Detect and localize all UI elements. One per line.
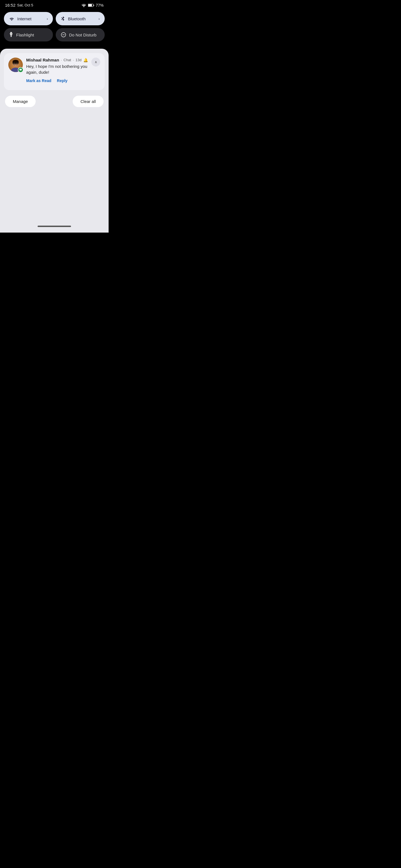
battery-status-icon [88, 4, 94, 7]
clear-all-button[interactable]: Clear all [73, 96, 104, 107]
notification-panel: Mishaal Rahman · Chat · 13d 🔔 Hey, I hop… [0, 49, 109, 223]
notif-title-row: Mishaal Rahman · Chat · 13d 🔔 [26, 58, 88, 62]
notif-header: Mishaal Rahman · Chat · 13d 🔔 Hey, I hop… [8, 58, 100, 83]
dnd-icon [61, 32, 66, 37]
svg-rect-1 [88, 4, 92, 6]
app-badge [18, 67, 23, 72]
flashlight-tile-label: Flashlight [16, 33, 34, 37]
svg-rect-2 [93, 5, 94, 6]
svg-point-5 [10, 33, 12, 34]
notif-app: Chat [63, 58, 71, 62]
bluetooth-chevron-icon: › [98, 17, 100, 21]
status-icons: 77% [81, 3, 104, 7]
bluetooth-icon [61, 16, 65, 22]
quick-settings-panel: Internet › Bluetooth › Flashlight [0, 10, 109, 49]
bluetooth-tile[interactable]: Bluetooth › [56, 12, 105, 25]
status-time: 16:52 [5, 3, 16, 7]
avatar-container [8, 58, 23, 72]
bottom-actions: Manage Clear all [4, 93, 105, 112]
dnd-tile-label: Do Not Disturb [69, 33, 96, 37]
notif-meta: Mishaal Rahman · Chat · 13d 🔔 Hey, I hop… [26, 58, 88, 83]
wifi-icon [9, 17, 15, 21]
bell-icon: 🔔 [83, 58, 88, 62]
nav-home-indicator[interactable] [37, 226, 71, 227]
notif-message: Hey, I hope I'm not bothering you again,… [26, 63, 88, 75]
status-date: Sat, Oct 5 [17, 3, 33, 7]
status-bar: 16:52 Sat, Oct 5 77% [0, 0, 109, 10]
qs-row-1: Internet › Bluetooth › [4, 12, 105, 25]
internet-tile[interactable]: Internet › [4, 12, 53, 25]
notif-sender: Mishaal Rahman [26, 58, 59, 62]
battery-percent: 77% [96, 3, 104, 7]
dnd-tile[interactable]: Do Not Disturb [56, 28, 105, 41]
notif-actions: Mark as Read Reply [26, 79, 88, 83]
mark-as-read-button[interactable]: Mark as Read [26, 79, 51, 83]
internet-tile-label: Internet [17, 17, 31, 21]
svg-rect-12 [12, 61, 19, 64]
notif-expand-button[interactable]: ∧ [91, 58, 100, 66]
qs-row-2: Flashlight Do Not Disturb [4, 28, 105, 41]
flashlight-tile[interactable]: Flashlight [4, 28, 53, 41]
internet-chevron-icon: › [47, 17, 48, 21]
flashlight-icon [9, 32, 13, 37]
svg-rect-3 [10, 32, 12, 33]
wifi-status-icon [81, 3, 86, 7]
svg-rect-4 [10, 35, 12, 37]
bluetooth-tile-label: Bluetooth [68, 17, 85, 21]
chat-badge-icon [19, 68, 22, 71]
notif-time: 13d [76, 58, 82, 62]
manage-button[interactable]: Manage [5, 96, 36, 107]
notification-card: Mishaal Rahman · Chat · 13d 🔔 Hey, I hop… [4, 53, 105, 90]
empty-space [4, 112, 105, 223]
reply-button[interactable]: Reply [57, 79, 67, 83]
navigation-bar [0, 223, 109, 232]
